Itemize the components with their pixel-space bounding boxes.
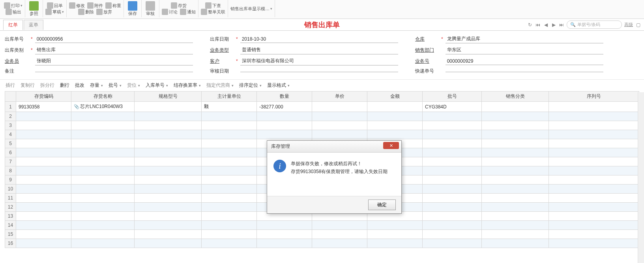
cell-unit[interactable] xyxy=(202,221,257,230)
cell-serial[interactable] xyxy=(549,221,639,230)
field-out-type[interactable]: 销售出库 xyxy=(35,46,193,54)
cell-lot[interactable] xyxy=(423,130,482,139)
table-row[interactable]: 15 xyxy=(5,230,639,239)
field-out-date[interactable]: 2018-10-30 xyxy=(240,35,398,43)
cell-spec[interactable] xyxy=(135,175,202,185)
dialog-title-bar[interactable]: 库存管理 ✕ xyxy=(267,141,401,153)
cell-serial[interactable] xyxy=(549,139,639,148)
cell-lot[interactable]: CYG384D xyxy=(423,102,482,112)
cell-serial[interactable] xyxy=(549,148,639,157)
cell-unit[interactable]: 颗 xyxy=(202,102,257,112)
advanced-link[interactable]: 高级 xyxy=(624,22,633,28)
cell-serial[interactable] xyxy=(549,175,639,185)
abandon-button[interactable]: 放弃 xyxy=(96,9,112,15)
cell-code[interactable] xyxy=(16,121,71,130)
cell-spec[interactable] xyxy=(135,148,202,157)
cell-cat[interactable] xyxy=(482,157,549,166)
attach-button[interactable]: 附件 xyxy=(87,2,103,9)
cell-serial[interactable] xyxy=(549,185,639,194)
cell-unit[interactable] xyxy=(202,139,257,148)
canzhao-button[interactable]: 参照 xyxy=(28,0,40,17)
zhengdan-button[interactable]: 整单关联 xyxy=(201,9,225,15)
nav-last-icon[interactable]: ⏭ xyxy=(559,22,564,28)
refresh-icon[interactable]: ↻ xyxy=(527,22,533,28)
label-person[interactable]: 业务员 xyxy=(5,58,28,65)
cell-qty[interactable] xyxy=(257,121,312,130)
table-row[interactable]: 3 xyxy=(5,121,639,130)
cell-code[interactable] xyxy=(16,239,71,248)
cell-lot[interactable] xyxy=(423,230,482,239)
gt-stock[interactable]: 存量 xyxy=(90,82,103,89)
cell-code[interactable] xyxy=(16,185,71,194)
audit-button[interactable]: 审核 xyxy=(144,0,157,17)
label-dept[interactable]: 销售部门 xyxy=(415,47,439,54)
label-biz-type[interactable]: 业务类型 xyxy=(210,47,234,54)
field-customer[interactable]: 深圳市福佳电器有限公司 xyxy=(240,57,398,65)
gt-display[interactable]: 显示格式 xyxy=(267,82,290,89)
col-cat[interactable]: 销售分类 xyxy=(482,91,549,102)
cell-unit[interactable] xyxy=(202,148,257,157)
cell-qty[interactable] xyxy=(257,239,312,248)
cell-lot[interactable] xyxy=(423,175,482,185)
cell-price[interactable] xyxy=(312,102,367,112)
cell-code[interactable] xyxy=(16,230,71,239)
cell-amount[interactable] xyxy=(367,239,423,248)
cell-spec[interactable] xyxy=(135,102,202,112)
field-dept[interactable]: 华东区 xyxy=(446,46,603,54)
cell-price[interactable] xyxy=(312,130,367,139)
xiacha-button[interactable]: 下查 xyxy=(205,2,221,9)
cell-serial[interactable] xyxy=(549,166,639,175)
cell-unit[interactable] xyxy=(202,212,257,221)
cell-lot[interactable] xyxy=(423,166,482,175)
cell-unit[interactable] xyxy=(202,175,257,185)
cell-serial[interactable] xyxy=(549,194,639,203)
pin-icon[interactable]: ▢ xyxy=(635,22,641,28)
dialog-close-button[interactable]: ✕ xyxy=(383,142,399,149)
cell-name[interactable] xyxy=(71,175,135,185)
table-row[interactable]: 4 xyxy=(5,130,639,139)
table-row[interactable]: 2 xyxy=(5,112,639,121)
cell-name[interactable] xyxy=(71,203,135,212)
cell-lot[interactable] xyxy=(423,112,482,121)
cell-qty[interactable]: -38277.000 xyxy=(257,102,312,112)
caogao-button[interactable]: 草稿▾ xyxy=(45,9,64,15)
cell-cat[interactable] xyxy=(482,221,549,230)
cell-serial[interactable] xyxy=(549,203,639,212)
gt-delete[interactable]: 删行 xyxy=(60,82,69,89)
cell-cat[interactable] xyxy=(482,166,549,175)
cell-spec[interactable] xyxy=(135,212,202,221)
gt-agent[interactable]: 指定代营商 xyxy=(206,82,234,89)
dialog-ok-button[interactable]: 确定 xyxy=(368,200,396,210)
cell-name[interactable] xyxy=(71,166,135,175)
col-name[interactable]: 存货名称 xyxy=(71,91,135,102)
cell-unit[interactable] xyxy=(202,166,257,175)
tab-red[interactable]: 红单 xyxy=(3,20,23,30)
cell-cat[interactable] xyxy=(482,175,549,185)
cell-cat[interactable] xyxy=(482,212,549,221)
cell-name[interactable] xyxy=(71,221,135,230)
cell-qty[interactable] xyxy=(257,130,312,139)
cell-cat[interactable] xyxy=(482,130,549,139)
col-serial[interactable]: 序列号 xyxy=(549,91,639,102)
print-button[interactable]: 打印▾ xyxy=(4,2,22,9)
gt-sort[interactable]: 排序定位 xyxy=(239,82,262,89)
cell-serial[interactable] xyxy=(549,230,639,239)
table-row[interactable]: 199130358📎芯片LNC10R040W3颗-38277.000CYG384… xyxy=(5,102,639,112)
cell-unit[interactable] xyxy=(202,157,257,166)
cell-unit[interactable] xyxy=(202,121,257,130)
cell-unit[interactable] xyxy=(202,130,257,139)
cell-code[interactable] xyxy=(16,139,71,148)
tab-blue[interactable]: 蓝单 xyxy=(24,20,43,30)
cell-unit[interactable] xyxy=(202,112,257,121)
cell-serial[interactable] xyxy=(549,130,639,139)
cell-unit[interactable] xyxy=(202,239,257,248)
cell-cat[interactable] xyxy=(482,139,549,148)
cell-lot[interactable] xyxy=(423,148,482,157)
cell-code[interactable] xyxy=(16,203,71,212)
cell-unit[interactable] xyxy=(202,230,257,239)
cell-name[interactable]: 📎芯片LNC10R040W3 xyxy=(71,102,135,112)
cell-lot[interactable] xyxy=(423,121,482,130)
field-remark[interactable] xyxy=(35,70,193,72)
cell-unit[interactable] xyxy=(202,185,257,194)
cell-name[interactable] xyxy=(71,185,135,194)
